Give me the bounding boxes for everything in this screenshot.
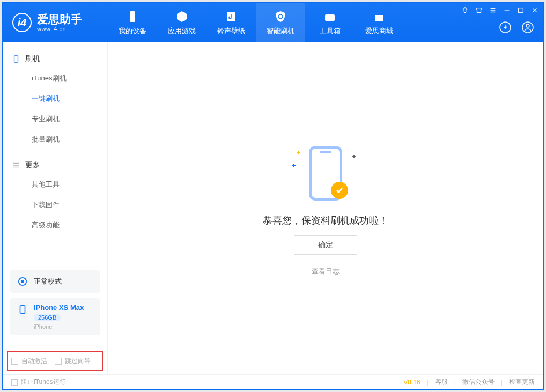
skin-icon[interactable]	[475, 6, 483, 14]
checkbox-highlight-row: 自动激活 跳过向导	[7, 351, 103, 371]
sparkle-icon	[292, 164, 296, 167]
support-link[interactable]: 客服	[435, 378, 448, 387]
success-illustration	[293, 141, 358, 205]
sidebar-item-download-firmware[interactable]: 下载固件	[3, 195, 107, 215]
app-title: 爱思助手	[37, 13, 82, 25]
phone-small-icon	[12, 55, 20, 63]
header-actions	[498, 12, 543, 42]
body: 刷机 iTunes刷机 一键刷机 专业刷机 批量刷机 更多 其他工具 下载固件 …	[3, 42, 543, 374]
svg-point-9	[21, 280, 24, 283]
svg-rect-6	[519, 8, 523, 13]
nav-tab-device[interactable]: 我的设备	[108, 3, 157, 42]
nav-tabs: 我的设备 应用游戏 铃声壁纸 智能刷机 工具箱 爱思商城	[108, 3, 498, 42]
phone-icon	[126, 10, 139, 24]
status-bar: 阻止iTunes运行 V8.16 | 客服 | 微信公众号 | 检查更新	[3, 374, 543, 389]
main-panel: 恭喜您，保资料刷机成功啦！ 确定 查看日志	[108, 42, 543, 374]
checkbox-skip-guide[interactable]: 跳过向导	[55, 357, 91, 366]
checkbox-icon	[55, 358, 62, 365]
device-mode-card[interactable]: 正常模式	[10, 270, 100, 293]
checkbox-auto-activate[interactable]: 自动激活	[11, 357, 47, 366]
phone-outline-icon	[17, 304, 28, 315]
sparkle-icon	[297, 151, 300, 154]
nav-tab-flash[interactable]: 智能刷机	[256, 3, 305, 42]
nav-tab-apps[interactable]: 应用游戏	[157, 3, 206, 42]
sidebar-item-advanced[interactable]: 高级功能	[3, 215, 107, 235]
toolbox-icon	[323, 10, 337, 24]
device-storage: 256GB	[34, 314, 61, 321]
sidebar-group-more: 更多	[3, 156, 107, 174]
svg-rect-2	[325, 14, 335, 21]
nav-tab-toolbox[interactable]: 工具箱	[305, 3, 355, 42]
device-info-card[interactable]: iPhone XS Max 256GB iPhone	[10, 298, 100, 335]
cube-icon	[175, 10, 189, 24]
close-button[interactable]	[530, 6, 539, 14]
version-label: V8.16	[403, 379, 420, 386]
svg-rect-7	[14, 56, 18, 62]
confirm-button[interactable]: 确定	[294, 235, 357, 255]
sparkle-icon	[352, 155, 356, 158]
store-icon	[372, 10, 386, 24]
svg-rect-0	[130, 11, 135, 22]
checkbox-block-itunes[interactable]: 阻止iTunes运行	[11, 378, 66, 387]
pin-icon[interactable]	[461, 6, 469, 14]
sidebar-item-batch-flash[interactable]: 批量刷机	[3, 129, 107, 150]
window-controls	[461, 6, 539, 14]
nav-tab-store[interactable]: 爱思商城	[355, 3, 404, 42]
sidebar: 刷机 iTunes刷机 一键刷机 专业刷机 批量刷机 更多 其他工具 下载固件 …	[3, 42, 108, 374]
app-window: i4 爱思助手 www.i4.cn 我的设备 应用游戏 铃声壁纸 智能刷机	[2, 2, 544, 390]
device-type: iPhone	[34, 323, 84, 330]
shield-refresh-icon	[274, 10, 287, 24]
maximize-button[interactable]	[517, 6, 525, 14]
title-bar: i4 爱思助手 www.i4.cn 我的设备 应用游戏 铃声壁纸 智能刷机	[3, 3, 543, 42]
check-update-link[interactable]: 检查更新	[509, 378, 535, 387]
sidebar-item-oneclick-flash[interactable]: 一键刷机	[3, 88, 107, 109]
menu-icon[interactable]	[489, 6, 497, 14]
minimize-button[interactable]	[503, 6, 511, 14]
app-subtitle: www.i4.cn	[37, 26, 82, 32]
sidebar-item-itunes-flash[interactable]: iTunes刷机	[3, 68, 107, 88]
device-panel: 正常模式 iPhone XS Max 256GB iPhone	[3, 270, 107, 351]
music-icon	[224, 10, 238, 24]
checkbox-icon	[11, 379, 18, 386]
hamburger-icon	[12, 161, 20, 169]
wechat-link[interactable]: 微信公众号	[462, 378, 495, 387]
nav-tab-ringtones[interactable]: 铃声壁纸	[206, 3, 256, 42]
sync-icon	[17, 276, 28, 287]
device-name: iPhone XS Max	[34, 304, 84, 312]
sidebar-item-pro-flash[interactable]: 专业刷机	[3, 109, 107, 129]
account-button[interactable]	[521, 20, 535, 34]
checkbox-icon	[11, 358, 18, 365]
svg-point-5	[526, 24, 529, 27]
app-logo: i4 爱思助手 www.i4.cn	[3, 3, 108, 42]
sidebar-item-other-tools[interactable]: 其他工具	[3, 174, 107, 195]
view-log-link[interactable]: 查看日志	[312, 267, 340, 276]
success-message: 恭喜您，保资料刷机成功啦！	[263, 214, 388, 227]
download-button[interactable]	[498, 20, 512, 34]
logo-icon: i4	[12, 13, 32, 32]
sidebar-group-flash: 刷机	[3, 50, 107, 68]
svg-rect-10	[20, 306, 25, 313]
check-badge-icon	[331, 182, 348, 199]
